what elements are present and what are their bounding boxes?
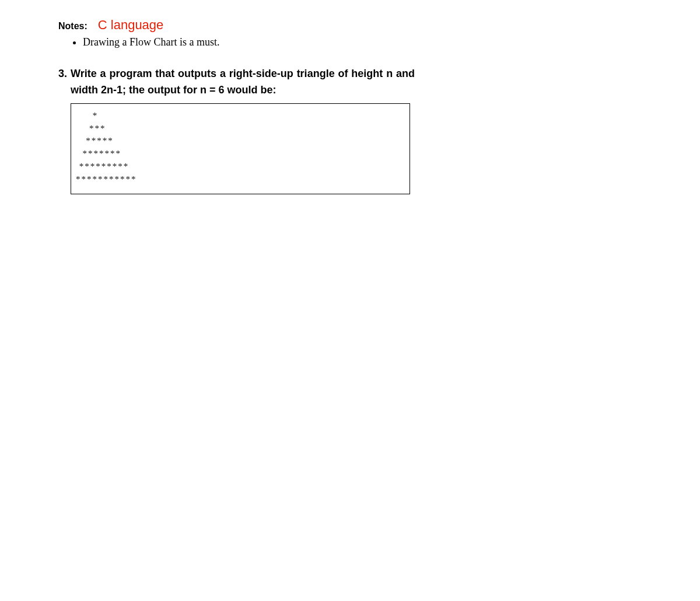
output-row: *********** bbox=[76, 173, 405, 186]
notes-label: Notes: bbox=[58, 21, 88, 32]
notes-bullet: Drawing a Flow Chart is a must. bbox=[83, 35, 642, 50]
output-row: *** bbox=[76, 123, 405, 135]
question-text: Write a program that outputs a right-sid… bbox=[71, 66, 415, 99]
question-number: 3. bbox=[58, 66, 67, 82]
question-body: Write a program that outputs a right-sid… bbox=[71, 66, 642, 194]
question-block: 3. Write a program that outputs a right-… bbox=[58, 66, 642, 194]
output-row: ********* bbox=[76, 160, 405, 173]
notes-bullets: Drawing a Flow Chart is a must. bbox=[83, 35, 642, 50]
output-row: ***** bbox=[76, 135, 405, 148]
notes-line: Notes: C language bbox=[58, 18, 642, 33]
output-row: ******* bbox=[76, 148, 405, 160]
output-box: * *** ***** ******* ********* **********… bbox=[71, 103, 410, 195]
output-row: * bbox=[76, 110, 405, 123]
notes-language: C language bbox=[98, 18, 164, 33]
